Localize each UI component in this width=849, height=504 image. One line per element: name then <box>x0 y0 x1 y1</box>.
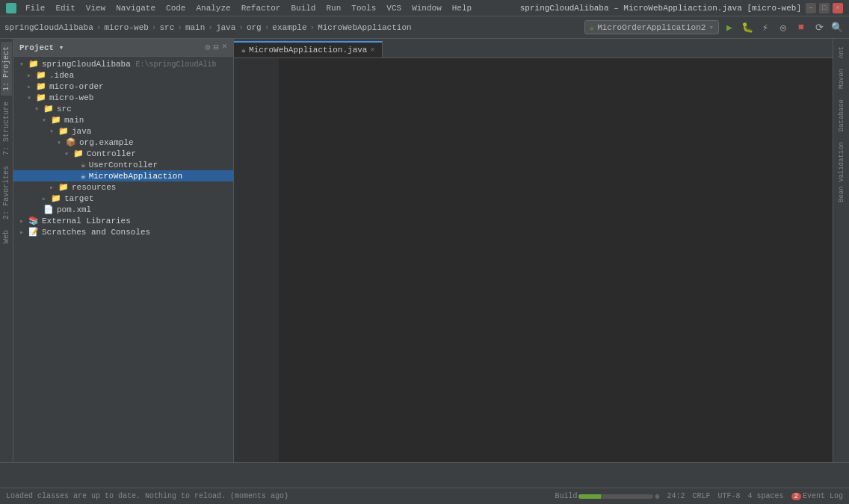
tree-file-icon: 📁 <box>36 81 46 91</box>
line-numbers <box>234 58 264 462</box>
tree-file-icon: 📁 <box>36 93 46 102</box>
right-tab-maven[interactable]: Maven <box>836 64 847 93</box>
tree-item-org.example[interactable]: ▾ 📦 org.example <box>13 137 233 148</box>
build-status[interactable]: Build ⊗ <box>555 492 659 501</box>
tree-arrow: ▸ <box>19 217 28 225</box>
project-layout-icon[interactable]: ⊟ <box>214 42 219 53</box>
project-collapse-icon[interactable]: × <box>222 42 227 53</box>
code-content[interactable] <box>279 58 833 462</box>
build-progress-bar <box>578 494 653 499</box>
tree-item-micro-web[interactable]: ▾ 📁 micro-web <box>13 92 233 103</box>
tree-item-Controller[interactable]: ▾ 📁 Controller <box>13 148 233 159</box>
breadcrumb-part-0[interactable]: springCloudAlibaba <box>4 23 93 32</box>
breadcrumb-sep-1: › <box>150 23 158 32</box>
tree-arrow: ▾ <box>57 138 66 147</box>
breadcrumb-part-3[interactable]: main <box>185 23 205 32</box>
tree-item-root[interactable]: ▾ 📁 springCloudAlibaba E:\springCloudAli… <box>13 58 233 69</box>
tree-label: resources <box>72 183 116 192</box>
menu-item-view[interactable]: View <box>81 2 110 14</box>
line-ending[interactable]: CRLF <box>693 492 711 500</box>
menu-item-build[interactable]: Build <box>286 2 320 14</box>
charset[interactable]: UTF-8 <box>718 492 741 500</box>
build-label: Build <box>555 492 577 500</box>
tree-label: Controller <box>87 149 136 158</box>
tree-item-src[interactable]: ▾ 📁 src <box>13 103 233 114</box>
breadcrumb-sep-4: › <box>237 23 245 32</box>
tree-label: java <box>72 127 91 136</box>
tree-label: UserController <box>89 161 158 169</box>
event-log-button[interactable]: 2 Event Log <box>791 492 843 500</box>
editor-tabs: ☕ MicroWebAppliaction.java × <box>234 39 833 58</box>
menu-item-analyze[interactable]: Analyze <box>191 2 235 14</box>
menu-item-navigate[interactable]: Navigate <box>111 2 160 14</box>
tree-item-java[interactable]: ▾ 📁 java <box>13 125 233 137</box>
breadcrumb-sep-2: › <box>176 23 184 32</box>
menu-item-run[interactable]: Run <box>321 2 345 14</box>
menu-item-help[interactable]: Help <box>448 2 476 14</box>
menu-item-code[interactable]: Code <box>161 2 190 14</box>
maximize-button[interactable]: □ <box>819 3 830 13</box>
tree-item-target[interactable]: ▸ 📁 target <box>13 193 233 204</box>
project-settings-icon[interactable]: ⚙ <box>205 42 210 53</box>
menu-item-edit[interactable]: Edit <box>51 2 79 14</box>
menu-item-file[interactable]: File <box>21 2 49 14</box>
tree-item-idea[interactable]: ▸ 📁 .idea <box>13 69 233 81</box>
tree-item-ScratchesConsoles[interactable]: ▸ 📝 Scratches and Consoles <box>13 226 233 237</box>
indent-setting[interactable]: 4 spaces <box>748 492 784 500</box>
menu-bar: FileEditViewNavigateCodeAnalyzeRefactorB… <box>21 2 516 14</box>
search-button[interactable]: 🔍 <box>830 20 845 35</box>
tree-label: micro-web <box>49 93 93 102</box>
tree-label: MicroWebAppliaction <box>89 172 182 181</box>
menu-item-refactor[interactable]: Refactor <box>237 2 285 14</box>
close-button[interactable]: × <box>833 3 843 13</box>
breadcrumb-part-5[interactable]: org <box>247 23 262 32</box>
menu-item-window[interactable]: Window <box>407 2 446 14</box>
tree-item-micro-order[interactable]: ▸ 📁 micro-order <box>13 81 233 92</box>
right-tab-bean-validation[interactable]: Bean Validation <box>836 137 847 207</box>
breadcrumb-sep-5: › <box>263 23 271 32</box>
breadcrumb-part-2[interactable]: src <box>159 23 174 32</box>
coverage-button[interactable]: ⚡ <box>758 20 773 35</box>
menu-item-vcs[interactable]: VCS <box>382 2 406 14</box>
profile-button[interactable]: ◎ <box>776 20 791 35</box>
tree-item-pom.xml[interactable]: 📄 pom.xml <box>13 204 233 215</box>
breadcrumb-part-6[interactable]: example <box>272 23 306 32</box>
sidebar-tab-favorites[interactable]: 2: Favorites <box>1 161 12 224</box>
sidebar-tab-web[interactable]: Web <box>1 225 12 248</box>
tree-label: org.example <box>79 138 134 147</box>
tree-file-icon: 📁 <box>51 193 61 203</box>
tree-label: target <box>64 194 94 203</box>
minimize-button[interactable]: – <box>806 3 816 13</box>
breadcrumb-sep-3: › <box>206 23 214 32</box>
tree-arrow: ▸ <box>27 71 36 80</box>
sync-button[interactable]: ⟳ <box>812 20 827 35</box>
tree-item-UserController[interactable]: ☕ UserController <box>13 159 233 170</box>
stop-button[interactable]: ■ <box>794 20 809 35</box>
tree-label: pom.xml <box>57 205 91 214</box>
breadcrumb-part-4[interactable]: java <box>216 23 235 32</box>
project-tree: ▾ 📁 springCloudAlibaba E:\springCloudAli… <box>13 57 233 462</box>
menu-item-tools[interactable]: Tools <box>347 2 380 14</box>
status-bar: Loaded classes are up to date. Nothing t… <box>0 488 849 504</box>
right-tab-ant[interactable]: Ant <box>836 42 847 63</box>
editor-tab-main[interactable]: ☕ MicroWebAppliaction.java × <box>234 41 383 57</box>
tree-item-resources[interactable]: ▸ 📁 resources <box>13 181 233 193</box>
tree-item-main[interactable]: ▾ 📁 main <box>13 114 233 125</box>
run-button[interactable]: ▶ <box>722 20 737 35</box>
sidebar-tab-structure[interactable]: 7: Structure <box>1 97 12 160</box>
tree-item-ExternalLibraries[interactable]: ▸ 📚 External Libraries <box>13 215 233 226</box>
tab-close-icon[interactable]: × <box>370 46 374 55</box>
tree-item-MicroWebAppliaction[interactable]: ☕ MicroWebAppliaction <box>13 170 233 181</box>
event-log-badge: 2 <box>791 493 801 500</box>
debug-button[interactable]: 🐛 <box>740 20 755 35</box>
run-config[interactable]: ☕ MicroOrderApplication2 ▾ <box>584 20 719 34</box>
sidebar-tab-project[interactable]: 1: Project <box>1 42 12 96</box>
tree-label: Scratches and Consoles <box>42 228 150 237</box>
tree-arrow: ▾ <box>49 127 58 136</box>
app-icon <box>6 3 16 13</box>
breadcrumb-part-1[interactable]: micro-web <box>104 23 148 32</box>
breadcrumb-part-7[interactable]: MicroWebAppliaction <box>318 23 411 32</box>
tab-filename: MicroWebAppliaction.java <box>249 46 367 55</box>
right-tab-database[interactable]: Database <box>836 95 847 136</box>
build-cancel-icon[interactable]: ⊗ <box>655 492 659 501</box>
